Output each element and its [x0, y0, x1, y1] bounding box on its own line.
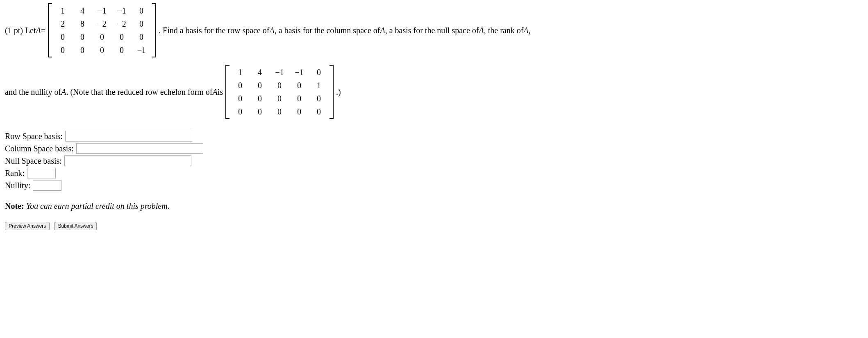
matrix-cell: 0 [230, 93, 250, 104]
matrix-cell: 0 [270, 93, 289, 104]
line2-mid: . (Note that the reduced row echelon for… [66, 86, 212, 98]
var-A1: A [270, 25, 275, 36]
matrix-cell: 0 [289, 93, 309, 104]
matrix-cell: 0 [309, 106, 329, 117]
row-space-label: Row Space basis: [5, 130, 63, 142]
matrix-cell: −2 [112, 18, 132, 30]
matrix-cell: −1 [132, 44, 151, 56]
note: Note: You can earn partial credit on thi… [5, 200, 863, 212]
answers-block: Row Space basis: Column Space basis: Nul… [5, 130, 863, 191]
matrix-cell: −1 [270, 66, 289, 78]
matrix-rref: 14−1−10000010000000000 [225, 65, 334, 119]
note-italic: You can earn partial credit on this prob… [24, 201, 170, 210]
matrix-cell: 0 [250, 106, 270, 117]
var-A6: A [213, 86, 218, 98]
preview-answers-button[interactable]: Preview Answers [5, 222, 50, 230]
matrix-cell: 0 [112, 31, 132, 43]
nullity-label: Nullity: [5, 180, 30, 191]
var-A2: A [380, 25, 385, 36]
matrix-cell: 4 [250, 66, 270, 78]
matrix-cell: 8 [73, 18, 92, 30]
matrix-cell: 1 [53, 5, 73, 16]
matrix-A: 14−1−1028−2−20000000000−1 [48, 3, 156, 57]
matrix-cell: 0 [230, 80, 250, 91]
matrix-cell: 0 [309, 66, 329, 78]
text-after-A-4: , the rank of [484, 25, 524, 36]
text-after-A-2: , a basis for the column space of [275, 25, 380, 36]
nullity-input[interactable] [33, 180, 61, 191]
line2-pre: and the nullity of [5, 86, 61, 98]
matrix-cell: 0 [132, 5, 151, 16]
matrix-cell: 1 [309, 80, 329, 91]
matrix-cell: 0 [92, 31, 112, 43]
matrix-cell: 0 [53, 31, 73, 43]
text-after-A-5: , [529, 25, 531, 36]
matrix-cell: −2 [92, 18, 112, 30]
matrix-cell: 0 [289, 80, 309, 91]
eq-sign: = [41, 25, 45, 36]
matrix-cell: −1 [92, 5, 112, 16]
matrix-cell: 0 [250, 80, 270, 91]
var-A3: A [479, 25, 484, 36]
matrix-cell: 0 [289, 106, 309, 117]
pt-prefix: (1 pt) Let [5, 25, 36, 36]
matrix-cell: 0 [270, 106, 289, 117]
note-bold: Note: [5, 201, 24, 210]
row-space-input[interactable] [65, 131, 192, 142]
matrix-cell: 0 [112, 44, 132, 56]
matrix-cell: 0 [73, 44, 92, 56]
var-A: A [36, 25, 41, 36]
null-space-input[interactable] [64, 155, 191, 166]
matrix-cell: 1 [230, 66, 250, 78]
text-after-A-3: , a basis for the null space of [385, 25, 479, 36]
var-A4: A [523, 25, 528, 36]
matrix-cell: 0 [73, 31, 92, 43]
submit-answers-button[interactable]: Submit Answers [54, 222, 97, 230]
matrix-cell: 0 [92, 44, 112, 56]
matrix-cell: 0 [250, 93, 270, 104]
matrix-cell: 0 [132, 18, 151, 30]
problem-line-1: (1 pt) Let A = 14−1−1028−2−20000000000−1… [5, 3, 863, 57]
text-after-A-1: . Find a basis for the row space of [159, 25, 270, 36]
matrix-cell: 0 [270, 80, 289, 91]
button-row: Preview Answers Submit Answers [5, 219, 863, 231]
rank-input[interactable] [27, 168, 56, 178]
matrix-cell: 0 [132, 31, 151, 43]
matrix-cell: 4 [73, 5, 92, 16]
matrix-cell: 0 [230, 106, 250, 117]
line2-end: .) [336, 86, 341, 98]
problem-line-2: and the nullity of A . (Note that the re… [5, 65, 863, 119]
null-space-label: Null Space basis: [5, 155, 62, 167]
matrix-cell: 0 [309, 93, 329, 104]
matrix-cell: 2 [53, 18, 73, 30]
matrix-cell: −1 [112, 5, 132, 16]
rank-label: Rank: [5, 167, 25, 179]
matrix-cell: 0 [53, 44, 73, 56]
matrix-cell: −1 [289, 66, 309, 78]
column-space-label: Column Space basis: [5, 143, 74, 154]
column-space-input[interactable] [76, 143, 203, 154]
var-A5: A [61, 86, 66, 98]
line2-is: is [218, 86, 223, 98]
